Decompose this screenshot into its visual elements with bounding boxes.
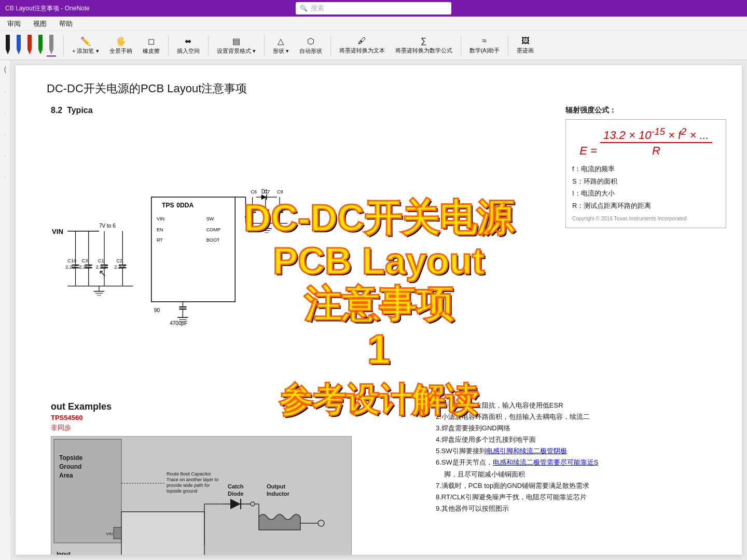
pen-tool-4[interactable] — [36, 35, 45, 57]
note-3: 3.焊盘需要接到GND网络 — [436, 423, 726, 434]
shape-label: 形状 ▾ — [273, 47, 289, 55]
svg-text:Catch: Catch — [228, 483, 244, 489]
ink-to-math-icon: ∑ — [421, 36, 426, 46]
formula-box: E = 13.2 × 10-15 × f2 × ... R f：电流的频率 S：… — [565, 119, 726, 228]
svg-text:C7: C7 — [264, 189, 270, 194]
menu-view[interactable]: 视图 — [31, 18, 49, 30]
formula-variables: f：电流的频率 S：环路的面积 I：电流的大小 R：测试点距离环路的距离 — [572, 163, 720, 212]
search-icon: 🔍 — [300, 5, 308, 12]
ink-drawing-button[interactable]: 🖼 墨迹画 — [513, 35, 537, 56]
eraser-icon: ◻ — [148, 36, 155, 46]
svg-text:Topside: Topside — [59, 454, 82, 461]
sidebar-marker-3[interactable]: · — [4, 132, 6, 137]
svg-text:7V to 6: 7V to 6 — [99, 223, 116, 229]
pen-tool-3[interactable] — [25, 35, 34, 57]
add-pen-icon: ✏️ — [80, 36, 91, 46]
ribbon-divider-1 — [63, 35, 64, 56]
auto-shape-button[interactable]: ⬡ 自动形状 — [296, 35, 326, 57]
search-bar[interactable]: 🔍 搜索 — [296, 2, 451, 15]
menu-review[interactable]: 审阅 — [5, 18, 23, 30]
svg-text:Diode: Diode — [228, 491, 244, 497]
shape-button[interactable]: △ 形状 ▾ — [269, 35, 293, 57]
ribbon: ✏️ + 添加笔 ▾ 🖐 全景手柄 ◻ 橡皮擦 ⬌ 插入空间 ▤ 设置背景格式 … — [0, 31, 747, 60]
eraser-label: 橡皮擦 — [143, 47, 160, 55]
svg-text:Inductor: Inductor — [267, 491, 290, 497]
svg-rect-86 — [121, 512, 204, 555]
menu-help[interactable]: 帮助 — [57, 18, 75, 30]
menu-bar: 审阅 视图 帮助 — [0, 17, 747, 31]
left-sidebar: ⟨ · · · · · — [0, 60, 10, 516]
sidebar-marker-5[interactable]: · — [4, 174, 6, 180]
ribbon-divider-2 — [168, 35, 169, 56]
eraser-button[interactable]: ◻ 橡皮擦 — [139, 35, 163, 57]
math-assistant-label: 数学(A)助手 — [469, 47, 500, 54]
sidebar-marker-4[interactable]: · — [4, 153, 6, 159]
note-5-highlight: 电感引脚和续流二极管阴极 — [486, 447, 567, 455]
svg-text:RT: RT — [157, 237, 163, 243]
nonsync-label: 非同步 — [51, 423, 71, 432]
schematic-area: VIN 7V to 6 TPS 0DDA VIN EN RT SW COMP B… — [47, 117, 335, 382]
pen-tool-active[interactable] — [47, 35, 56, 57]
ink-to-math-button[interactable]: ∑ 将墨迹转换为数学公式 — [392, 35, 456, 56]
search-placeholder: 搜索 — [311, 4, 324, 13]
app-title: CB Layout注意事项 - OneNote — [5, 4, 90, 13]
svg-text:Route Boot Capacitor: Route Boot Capacitor — [167, 471, 211, 477]
insert-space-button[interactable]: ⬌ 插入空间 — [173, 35, 203, 57]
auto-shape-icon: ⬡ — [307, 36, 314, 46]
insert-space-label: 插入空间 — [177, 47, 200, 55]
formula-area: 辐射强度公式： E = 13.2 × 10-15 × f2 × ... R f：… — [565, 106, 726, 228]
note-5: 5.SW引脚要接到电感引脚和续流二极管阴极 — [436, 445, 726, 457]
svg-text:BOOT: BOOT — [206, 237, 220, 243]
svg-text:VIN: VIN — [52, 228, 63, 235]
svg-text:C1: C1 — [98, 258, 104, 263]
ribbon-divider-4 — [264, 35, 265, 56]
layout-examples-title: out Examples — [51, 401, 112, 412]
formula-equation: E = 13.2 × 10-15 × f2 × ... R — [572, 126, 720, 158]
note-6-highlight: 电感和续流二极管需要尽可能靠近S — [493, 458, 599, 466]
formula-var-s: S：环路的面积 — [572, 175, 720, 187]
pen-tool-1[interactable] — [3, 35, 12, 57]
math-assistant-button[interactable]: ≈ 数学(A)助手 — [466, 35, 504, 56]
formula-copyright: Copyright © 2016 Texas Instruments Incor… — [572, 216, 720, 221]
cursor-arrow: ↖ — [99, 268, 106, 279]
svg-text:VIN: VIN — [106, 531, 113, 536]
sidebar-collapse-arrow[interactable]: ⟨ — [4, 65, 6, 74]
svg-text:SW: SW — [206, 217, 214, 222]
bg-format-button[interactable]: ▤ 设置背景格式 ▾ — [213, 35, 259, 57]
formula-var-f: f：电流的频率 — [572, 163, 720, 175]
svg-marker-100 — [230, 499, 241, 509]
sidebar-marker-2[interactable]: · — [4, 110, 6, 116]
svg-text:Trace on another layer to: Trace on another layer to — [167, 477, 218, 482]
svg-text:2.2uF: 2.2uF — [65, 264, 78, 270]
svg-text:2.2uF: 2.2uF — [114, 264, 127, 270]
svg-text:COMP: COMP — [206, 227, 220, 232]
shape-icon: △ — [278, 36, 284, 46]
main-content: DC-DC开关电源的PCB Layout注意事项 8.2 Typica VIN … — [10, 60, 747, 560]
add-pen-button[interactable]: ✏️ + 添加笔 ▾ — [68, 35, 103, 57]
ink-to-text-button[interactable]: 🖋 将墨迹转换为文本 — [336, 35, 389, 56]
svg-text:TPS: TPS — [162, 202, 174, 209]
section-label: 8.2 Typica — [51, 106, 93, 115]
note-9: 9.其他器件可以按照图示 — [436, 503, 726, 514]
svg-text:Area: Area — [59, 472, 73, 479]
pan-icon: 🖐 — [116, 36, 126, 46]
svg-text:2.2uF: 2.2uF — [79, 264, 92, 270]
ink-to-text-label: 将墨迹转换为文本 — [339, 47, 385, 54]
ink-to-text-icon: 🖋 — [358, 36, 366, 46]
ink-to-math-label: 将墨迹转换为数学公式 — [395, 47, 452, 54]
document-title: DC-DC开关电源的PCB Layout注意事项 — [47, 81, 247, 96]
notes-area: 1.降低输入寄生阻抗，输入电容使用低ESR 2.小滤波电容环路面积，包括输入去耦… — [436, 400, 726, 514]
pan-handle-button[interactable]: 🖐 全景手柄 — [106, 35, 136, 57]
svg-point-104 — [251, 502, 255, 506]
svg-rect-91 — [114, 527, 121, 539]
note-6: 6.SW是开关节点，电感和续流二极管需要尽可能靠近S — [436, 457, 726, 468]
ribbon-divider-6 — [461, 35, 461, 56]
svg-text:C2: C2 — [116, 258, 122, 263]
sidebar-marker-1[interactable]: · — [4, 89, 6, 95]
document-area: DC-DC开关电源的PCB Layout注意事项 8.2 Typica VIN … — [16, 65, 742, 555]
svg-text:90: 90 — [154, 307, 160, 313]
svg-text:EN: EN — [157, 227, 163, 232]
svg-text:C10: C10 — [67, 258, 76, 263]
ribbon-divider-3 — [208, 35, 209, 56]
pen-tool-2[interactable] — [14, 35, 23, 57]
